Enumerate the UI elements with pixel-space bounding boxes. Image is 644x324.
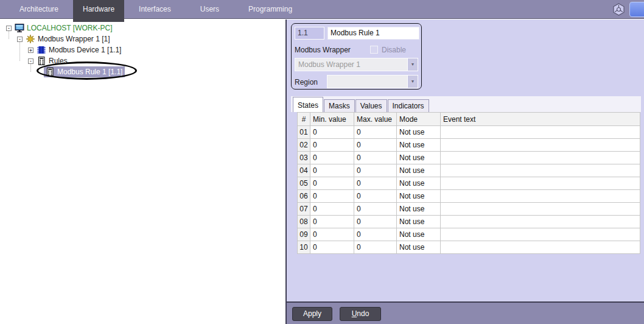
min-value-cell[interactable]: 0 — [310, 177, 354, 190]
min-value-cell[interactable]: 0 — [310, 190, 354, 203]
table-row: 01 0 0 Not use — [298, 126, 640, 139]
nav-tab-interfaces[interactable]: Interfaces — [124, 0, 186, 18]
tree-item-label: Rules — [49, 57, 68, 65]
event-text-cell[interactable] — [441, 164, 640, 177]
tab-indicators[interactable]: Indicators — [388, 99, 429, 112]
mode-cell[interactable]: Not use — [397, 177, 441, 190]
mode-cell[interactable]: Not use — [397, 139, 441, 152]
table-row: 05 0 0 Not use — [298, 177, 640, 190]
object-name-field[interactable]: Modbus Rule 1 — [327, 27, 419, 40]
event-text-cell[interactable] — [441, 203, 640, 216]
region-select[interactable]: ▼ — [327, 75, 418, 88]
max-value-cell[interactable]: 0 — [354, 216, 397, 228]
table-row: 10 0 0 Not use — [298, 241, 640, 254]
row-number-cell: 07 — [298, 203, 310, 216]
tab-masks[interactable]: Masks — [324, 99, 355, 112]
nav-tab-programming[interactable]: Programming — [234, 0, 307, 18]
expand-expander-icon[interactable]: + — [28, 48, 33, 53]
apply-button[interactable]: Apply — [292, 307, 332, 321]
nav-tab-users[interactable]: Users — [186, 0, 234, 18]
column-header: Max. value — [354, 113, 397, 126]
object-id-field[interactable]: 1.1 — [295, 27, 324, 40]
table-row: 09 0 0 Not use — [298, 228, 640, 241]
table-row: 08 0 0 Not use — [298, 216, 640, 228]
nav-tab-hardware[interactable]: Hardware — [73, 0, 124, 22]
tree-item-modbus-rule[interactable]: Modbus Rule 1 [1.1] — [44, 66, 125, 77]
tree-item-rules[interactable]: - Rules — [28, 55, 68, 66]
modbus-wrapper-label: Modbus Wrapper — [295, 46, 351, 54]
tab-states[interactable]: States — [293, 97, 323, 112]
event-text-cell[interactable] — [441, 152, 640, 164]
column-header: Mode — [397, 113, 441, 126]
row-number-cell: 06 — [298, 190, 310, 203]
table-doc-icon — [45, 67, 55, 77]
chevron-down-icon[interactable]: ▼ — [407, 58, 418, 71]
tree-selection-highlight: Modbus Rule 1 [1.1] — [44, 66, 125, 77]
min-value-cell[interactable]: 0 — [310, 203, 354, 216]
tab-values[interactable]: Values — [355, 99, 387, 112]
tab-strip: States Masks Values Indicators — [293, 97, 430, 112]
modbus-wrapper-select[interactable]: Modbus Wrapper 1 ▼ — [295, 58, 418, 71]
table-header-row: # Min. value Max. value Mode Event text — [298, 113, 640, 126]
mode-cell[interactable]: Not use — [397, 228, 441, 241]
mode-cell[interactable]: Not use — [397, 190, 441, 203]
event-text-cell[interactable] — [441, 126, 640, 139]
column-header: Min. value — [310, 113, 354, 126]
event-text-cell[interactable] — [441, 241, 640, 254]
max-value-cell[interactable]: 0 — [354, 164, 397, 177]
event-text-cell[interactable] — [441, 139, 640, 152]
event-text-cell[interactable] — [441, 177, 640, 190]
column-header: # — [298, 113, 310, 126]
event-text-cell[interactable] — [441, 216, 640, 228]
min-value-cell[interactable]: 0 — [310, 152, 354, 164]
mode-cell[interactable]: Not use — [397, 152, 441, 164]
max-value-cell[interactable]: 0 — [354, 139, 397, 152]
tree-item-label: Modbus Device 1 [1.1] — [49, 46, 121, 54]
states-table: # Min. value Max. value Mode Event text … — [297, 112, 640, 254]
mode-cell[interactable]: Not use — [397, 203, 441, 216]
max-value-cell[interactable]: 0 — [354, 177, 397, 190]
tree-item-modbus-wrapper[interactable]: - Modbus Wrapper 1 [1] — [17, 33, 110, 44]
collapse-expander-icon[interactable]: - — [17, 37, 23, 42]
event-text-cell[interactable] — [441, 190, 640, 203]
table-row: 02 0 0 Not use — [298, 139, 640, 152]
disable-checkbox[interactable] — [370, 46, 378, 54]
nav-tab-architecture[interactable]: Architecture — [5, 0, 73, 18]
min-value-cell[interactable]: 0 — [310, 164, 354, 177]
settings-panel: 1.1 Modbus Rule 1 Modbus Wrapper Disable… — [287, 19, 644, 324]
max-value-cell[interactable]: 0 — [354, 241, 397, 254]
footer-bar: Apply Undo — [287, 301, 644, 324]
event-text-cell[interactable] — [441, 228, 640, 241]
max-value-cell[interactable]: 0 — [354, 126, 397, 139]
star-icon — [26, 34, 35, 44]
collapse-expander-icon[interactable]: - — [28, 58, 33, 64]
max-value-cell[interactable]: 0 — [354, 228, 397, 241]
row-number-cell: 05 — [298, 177, 310, 190]
min-value-cell[interactable]: 0 — [310, 228, 354, 241]
min-value-cell[interactable]: 0 — [310, 241, 354, 254]
mode-cell[interactable]: Not use — [397, 241, 441, 254]
tree-item-modbus-device[interactable]: + Modbus Device 1 [1.1] — [28, 44, 121, 55]
max-value-cell[interactable]: 0 — [354, 190, 397, 203]
table-row: 06 0 0 Not use — [298, 190, 640, 203]
mode-cell[interactable]: Not use — [397, 216, 441, 228]
row-number-cell: 08 — [298, 216, 310, 228]
max-value-cell[interactable]: 0 — [354, 203, 397, 216]
min-value-cell[interactable]: 0 — [310, 216, 354, 228]
collapse-expander-icon[interactable]: - — [6, 26, 12, 31]
corner-button[interactable] — [629, 2, 644, 17]
undo-button[interactable]: Undo — [340, 307, 381, 321]
settings-gear-icon[interactable] — [612, 3, 625, 16]
tree-item-localhost[interactable]: - LOCALHOST [WORK-PC] — [6, 23, 112, 33]
min-value-cell[interactable]: 0 — [310, 126, 354, 139]
chip-icon — [37, 45, 46, 55]
disable-label: Disable — [382, 46, 406, 54]
chevron-down-icon[interactable]: ▼ — [407, 76, 418, 88]
modbus-wrapper-select-value: Modbus Wrapper 1 — [298, 60, 360, 69]
mode-cell[interactable]: Not use — [397, 126, 441, 139]
mode-cell[interactable]: Not use — [397, 164, 441, 177]
tree-item-label: Modbus Wrapper 1 [1] — [38, 35, 110, 43]
max-value-cell[interactable]: 0 — [354, 152, 397, 164]
min-value-cell[interactable]: 0 — [310, 139, 354, 152]
row-number-cell: 10 — [298, 241, 310, 254]
